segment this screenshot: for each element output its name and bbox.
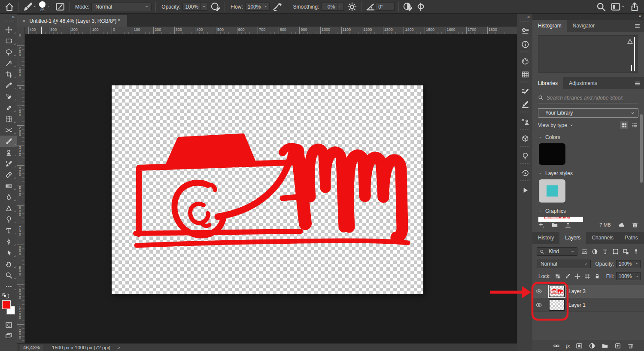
clone-source-panel-button[interactable] [517,115,533,128]
list-view-button[interactable] [630,121,638,129]
hand-tool[interactable] [0,258,17,269]
blur-tool[interactable] [0,191,17,203]
layer-styles-section-header[interactable]: Layer styles [538,170,638,176]
panel-menu-icon[interactable] [634,80,641,87]
canvas[interactable] [112,85,423,294]
library-color-swatch[interactable] [539,143,565,165]
adjustment-layer-icon[interactable] [589,342,595,349]
upload-icon[interactable] [565,221,571,228]
move-tool[interactable] [0,24,17,35]
filter-toggle-icon[interactable] [633,248,639,255]
dodge-tool[interactable] [0,214,17,225]
layer-fill-input[interactable]: 100% [616,272,634,280]
brushes-panel-button[interactable] [517,98,533,111]
vertical-ruler[interactable]: 3 0 02 0 01 0 001 0 02 0 03 0 04 0 05 0 … [17,34,25,343]
flow-input[interactable]: 100% [245,3,264,11]
brush-tool-icon[interactable] [23,2,33,12]
lightbulb-panel-button[interactable] [517,149,533,162]
eye-icon[interactable] [535,302,542,309]
chevron-down-icon[interactable] [621,5,625,9]
actions-play-panel-button[interactable] [517,184,533,197]
layer-opacity-input[interactable]: 100% [616,260,634,268]
quick-mask-tool[interactable] [0,319,17,330]
search-icon[interactable] [596,2,606,12]
tab-channels[interactable]: Channels [586,232,619,244]
new-group-icon[interactable] [601,342,608,349]
brush-settings-toggle-icon[interactable] [55,2,65,12]
lock-pixels-icon[interactable] [565,273,571,279]
tab-history[interactable]: History [532,232,559,244]
layer-style-fx-button[interactable]: fx [566,342,570,349]
lock-position-icon[interactable] [574,273,580,279]
warning-icon[interactable] [627,38,633,45]
filter-pixel-layers-icon[interactable] [581,248,588,255]
more-tools-tool[interactable] [0,281,17,292]
filter-type-layers-icon[interactable] [602,248,608,255]
tab-paths[interactable]: Paths [619,232,644,244]
properties-panel-button[interactable] [517,25,533,38]
swatches-panel-button[interactable] [517,68,533,81]
flow-dropdown[interactable] [263,3,270,11]
swap-colors-icon[interactable] [2,293,9,300]
layer-fill-dropdown[interactable] [634,272,641,280]
spot-healing-tool[interactable] [0,91,17,102]
magic-wand-tool[interactable] [0,57,17,69]
lock-artboard-icon[interactable] [584,273,590,279]
layer-row[interactable]: Layer 1 [532,298,644,312]
chevron-down-icon[interactable] [569,123,574,127]
patch-tool[interactable] [0,113,17,124]
brush-angle-input[interactable]: 0° [376,3,395,11]
new-layer-icon[interactable] [614,342,621,349]
library-select[interactable]: Your Library [538,108,638,118]
airbrush-icon[interactable] [273,2,283,12]
colors-section-header[interactable]: Colors [538,134,638,140]
add-mask-icon[interactable] [576,342,583,349]
healing-brush-tool[interactable] [0,102,17,113]
type-tool[interactable] [0,225,17,236]
lock-all-icon[interactable] [594,273,600,279]
mixer-brush-tool[interactable] [0,158,17,169]
library-search-input[interactable]: Search libraries and Adobe Stock [538,92,638,103]
scrollbar[interactable] [640,114,643,183]
panel-menu-icon[interactable] [634,23,641,29]
brush-preset-picker[interactable]: 25 [39,1,46,12]
foreground-color-swatch[interactable] [2,300,11,309]
cube-3d-panel-button[interactable] [517,132,533,145]
blend-mode-select[interactable]: Normal [91,3,152,11]
panel-grip[interactable] [520,112,529,115]
layer-row[interactable]: Layer 3 [532,284,644,298]
lock-transparency-icon[interactable] [555,273,561,279]
trash-icon[interactable] [632,221,638,228]
panel-grip[interactable] [520,21,529,25]
layer-blend-mode-select[interactable]: Normal [537,260,591,268]
share-icon[interactable] [629,2,640,12]
clone-stamp-tool[interactable] [0,147,17,158]
toolbar-grip[interactable] [3,21,13,24]
tab-histogram[interactable]: Histogram [532,20,567,32]
library-layer-style-swatch[interactable] [539,179,565,203]
panel-grip[interactable] [520,180,529,184]
smoothing-dropdown[interactable] [337,3,344,11]
tab-layers[interactable]: Layers [559,232,586,244]
eraser-tool[interactable] [0,169,17,180]
dock-collapse-button[interactable]: » [532,14,644,20]
horizontal-ruler[interactable]: 4003002001000100200300400500600700800900… [25,27,517,34]
layer-thumbnail[interactable] [549,286,565,297]
filter-kind-select[interactable]: Kind [537,247,577,256]
eyedropper-tool[interactable] [0,80,17,91]
tab-navigator[interactable]: Navigator [567,20,600,32]
opacity-input[interactable]: 100% [182,3,201,11]
zoom-level-field[interactable]: 46,43% [20,345,43,351]
history-panel-button[interactable] [517,166,533,179]
panel-grip[interactable] [520,146,529,149]
tab-libraries[interactable]: Libraries [532,77,563,89]
view-by-type-label[interactable]: View by type [538,122,567,128]
close-icon[interactable]: × [22,18,26,24]
lasso-tool[interactable] [0,46,17,57]
crop-tool[interactable] [0,69,17,80]
panel-grip[interactable] [520,82,529,85]
layer-thumbnail[interactable] [549,300,565,311]
path-select-tool[interactable] [0,247,17,258]
new-group-icon[interactable] [551,221,558,228]
filter-adjustment-layers-icon[interactable] [592,248,598,255]
